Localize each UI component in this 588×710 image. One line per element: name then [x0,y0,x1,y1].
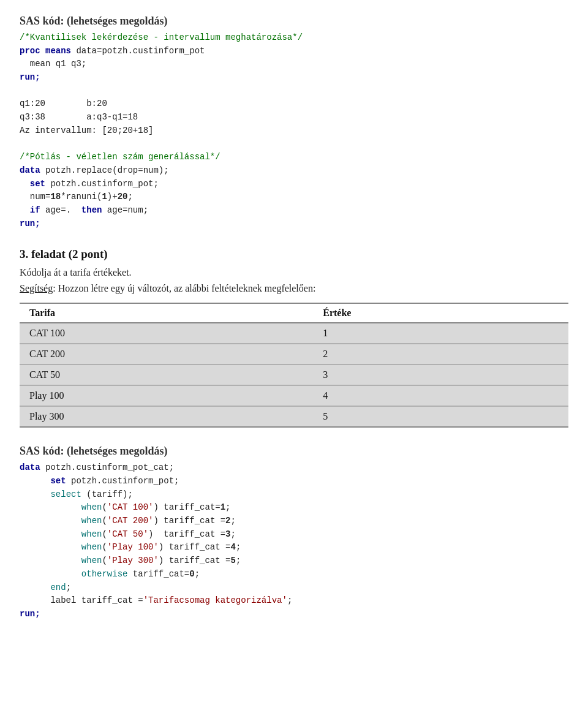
tarifa-table: Tarifa Értéke CAT 1001CAT 2002CAT 503Pla… [20,304,568,426]
task-3-desc: Kódolja át a tarifa értékeket. [20,267,568,278]
table-cell-tarifa: Play 100 [20,385,313,406]
tarifa-table-wrap: Tarifa Értéke CAT 1001CAT 2002CAT 503Pla… [20,303,568,428]
hint-prefix: Segítség [20,283,53,293]
sas-label-2: SAS kód: (lehetséges megoldás) [20,445,568,458]
table-cell-tarifa: CAT 100 [20,323,313,344]
table-cell-erteke: 5 [313,406,568,426]
table-cell-tarifa: Play 300 [20,406,313,426]
table-cell-tarifa: CAT 50 [20,364,313,385]
code-block-2: data potzh.custinform_pot_cat; set potzh… [20,461,568,621]
sas-label-1: SAS kód: (lehetséges megoldás) [20,15,568,28]
hint-line: Segítség: Hozzon létre egy új változót, … [20,283,568,294]
table-header-row: Tarifa Értéke [20,304,568,323]
table-row: Play 3005 [20,406,568,426]
table-row: CAT 503 [20,364,568,385]
task-3-heading: 3. feladat (2 pont) [20,247,568,261]
table-cell-tarifa: CAT 200 [20,344,313,364]
col-header-erteke: Értéke [313,304,568,323]
table-cell-erteke: 3 [313,364,568,385]
code-block-1: /*Kvantilisek lekérdezése - intervallum … [20,31,568,230]
table-row: Play 1004 [20,385,568,406]
hint-text: : Hozzon létre egy új változót, az alább… [53,283,315,293]
col-header-tarifa: Tarifa [20,304,313,323]
table-cell-erteke: 4 [313,385,568,406]
table-cell-erteke: 2 [313,344,568,364]
table-cell-erteke: 1 [313,323,568,344]
table-row: CAT 1001 [20,323,568,344]
table-row: CAT 2002 [20,344,568,364]
